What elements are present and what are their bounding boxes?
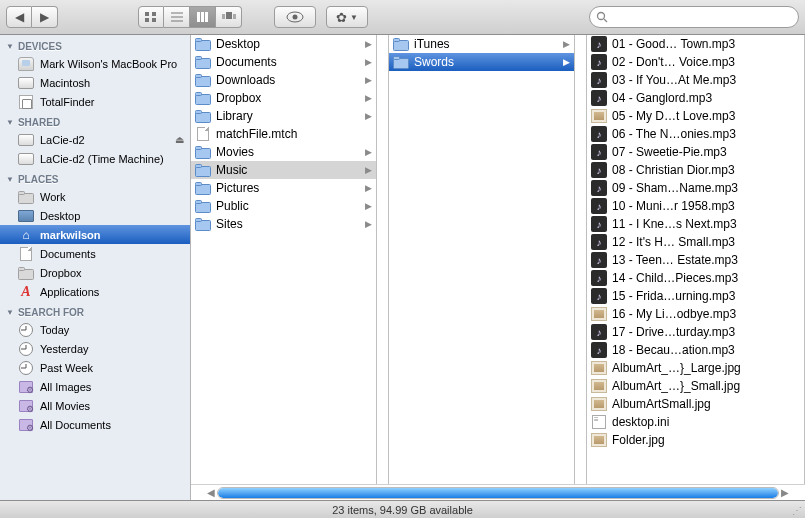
file-name: 03 - If You…At Me.mp3 [612, 73, 800, 87]
file-row[interactable]: iTunes▶ [389, 35, 574, 53]
sidebar-section-header[interactable]: ▼DEVICES [0, 35, 190, 54]
sidebar-item[interactable]: All Documents [0, 415, 190, 434]
sidebar-item[interactable]: Yesterday [0, 339, 190, 358]
sidebar-item[interactable]: Past Week [0, 358, 190, 377]
folder-icon [195, 144, 211, 160]
file-row[interactable]: Pictures▶ [191, 179, 376, 197]
file-name: Swords [414, 55, 559, 69]
file-row[interactable]: 10 - Muni…r 1958.mp3 [587, 197, 804, 215]
coverflow-view-button[interactable] [216, 6, 242, 28]
resize-grip-icon[interactable]: ⋰ [792, 505, 802, 516]
sidebar-section-header[interactable]: ▼SEARCH FOR [0, 301, 190, 320]
list-view-button[interactable] [164, 6, 190, 28]
sidebar-item[interactable]: All Images [0, 377, 190, 396]
file-row[interactable]: AlbumArt_…}_Large.jpg [587, 359, 804, 377]
file-row[interactable]: Sites▶ [191, 215, 376, 233]
disk-icon [18, 94, 34, 110]
sidebar-item[interactable]: All Movies [0, 396, 190, 415]
column-view-button[interactable] [190, 6, 216, 28]
sidebar-item[interactable]: Documents [0, 244, 190, 263]
sidebar-item[interactable]: Mark Wilson's MacBook Pro [0, 54, 190, 73]
file-row[interactable]: 07 - Sweetie-Pie.mp3 [587, 143, 804, 161]
file-row[interactable]: 01 - Good… Town.mp3 [587, 35, 804, 53]
sidebar-item-label: Mark Wilson's MacBook Pro [40, 58, 184, 70]
file-row[interactable]: 06 - The N…onies.mp3 [587, 125, 804, 143]
file-row[interactable]: 18 - Becau…ation.mp3 [587, 341, 804, 359]
file-row[interactable]: Documents▶ [191, 53, 376, 71]
sidebar-item[interactable]: LaCie-d2⏏ [0, 130, 190, 149]
file-name: Movies [216, 145, 361, 159]
file-row[interactable]: Library▶ [191, 107, 376, 125]
sidebar-item[interactable]: Macintosh [0, 73, 190, 92]
music-file-icon [591, 324, 607, 340]
sidebar-section-header[interactable]: ▼PLACES [0, 168, 190, 187]
search-input[interactable] [612, 11, 792, 23]
search-field[interactable] [589, 6, 799, 28]
sidebar: ▼DEVICESMark Wilson's MacBook ProMacinto… [0, 35, 191, 500]
music-file-icon [591, 90, 607, 106]
file-row[interactable]: 09 - Sham…Name.mp3 [587, 179, 804, 197]
file-row[interactable]: 03 - If You…At Me.mp3 [587, 71, 804, 89]
action-menu-button[interactable]: ✿▼ [326, 6, 368, 28]
file-row[interactable]: 02 - Don't… Voice.mp3 [587, 53, 804, 71]
file-row[interactable]: Desktop▶ [191, 35, 376, 53]
column-resize-handle[interactable] [575, 35, 587, 500]
quicklook-button[interactable] [274, 6, 316, 28]
file-row[interactable]: 11 - I Kne…s Next.mp3 [587, 215, 804, 233]
file-name: 18 - Becau…ation.mp3 [612, 343, 800, 357]
horizontal-scrollbar[interactable]: ◀ ▶ [191, 484, 805, 500]
file-row[interactable]: 17 - Drive…turday.mp3 [587, 323, 804, 341]
icon-view-button[interactable] [138, 6, 164, 28]
file-name: Library [216, 109, 361, 123]
file-row[interactable]: 13 - Teen… Estate.mp3 [587, 251, 804, 269]
sidebar-item-label: Past Week [40, 362, 184, 374]
file-row[interactable]: 08 - Christian Dior.mp3 [587, 161, 804, 179]
sidebar-item[interactable]: TotalFinder [0, 92, 190, 111]
ini-file-icon [591, 414, 607, 430]
svg-rect-20 [19, 267, 25, 270]
sidebar-item[interactable]: ⌂markwilson [0, 225, 190, 244]
eject-icon[interactable]: ⏏ [175, 134, 184, 145]
sidebar-section-header[interactable]: ▼SHARED [0, 111, 190, 130]
file-row[interactable]: Movies▶ [191, 143, 376, 161]
file-row[interactable]: Folder.jpg [587, 431, 804, 449]
folder-icon [195, 198, 211, 214]
file-row[interactable]: Public▶ [191, 197, 376, 215]
sidebar-item[interactable]: Today [0, 320, 190, 339]
file-row[interactable]: 14 - Child…Pieces.mp3 [587, 269, 804, 287]
sidebar-section-title: SHARED [18, 117, 60, 128]
column-resize-handle[interactable] [377, 35, 389, 500]
file-row[interactable]: Dropbox▶ [191, 89, 376, 107]
image-file-icon [591, 360, 607, 376]
file-row[interactable]: 12 - It's H… Small.mp3 [587, 233, 804, 251]
file-row[interactable]: AlbumArt_…}_Small.jpg [587, 377, 804, 395]
sidebar-item-label: Dropbox [40, 267, 184, 279]
file-name: AlbumArtSmall.jpg [612, 397, 800, 411]
file-row[interactable]: Swords▶ [389, 53, 574, 71]
file-row[interactable]: 04 - Ganglord.mp3 [587, 89, 804, 107]
drive-icon [18, 151, 34, 167]
sidebar-item[interactable]: Work [0, 187, 190, 206]
file-row[interactable]: matchFile.mtch [191, 125, 376, 143]
sidebar-item[interactable]: Applications [0, 282, 190, 301]
image-file-icon [591, 432, 607, 448]
file-name: Sites [216, 217, 361, 231]
file-row[interactable]: 16 - My Li…odbye.mp3 [587, 305, 804, 323]
sidebar-item[interactable]: LaCie-d2 (Time Machine) [0, 149, 190, 168]
home-icon: ⌂ [18, 227, 34, 243]
back-button[interactable]: ◀ [6, 6, 32, 28]
file-row[interactable]: AlbumArtSmall.jpg [587, 395, 804, 413]
file-row[interactable]: desktop.ini [587, 413, 804, 431]
svg-rect-40 [196, 219, 202, 222]
file-row[interactable]: Downloads▶ [191, 71, 376, 89]
sidebar-item[interactable]: Dropbox [0, 263, 190, 282]
file-row[interactable]: 15 - Frida…urning.mp3 [587, 287, 804, 305]
forward-button[interactable]: ▶ [32, 6, 58, 28]
chevron-right-icon: ▶ [365, 93, 372, 103]
drive-icon [18, 132, 34, 148]
svg-rect-38 [196, 201, 202, 204]
file-row[interactable]: Music▶ [191, 161, 376, 179]
file-row[interactable]: 05 - My D…t Love.mp3 [587, 107, 804, 125]
sidebar-item[interactable]: Desktop [0, 206, 190, 225]
file-name: 07 - Sweetie-Pie.mp3 [612, 145, 800, 159]
